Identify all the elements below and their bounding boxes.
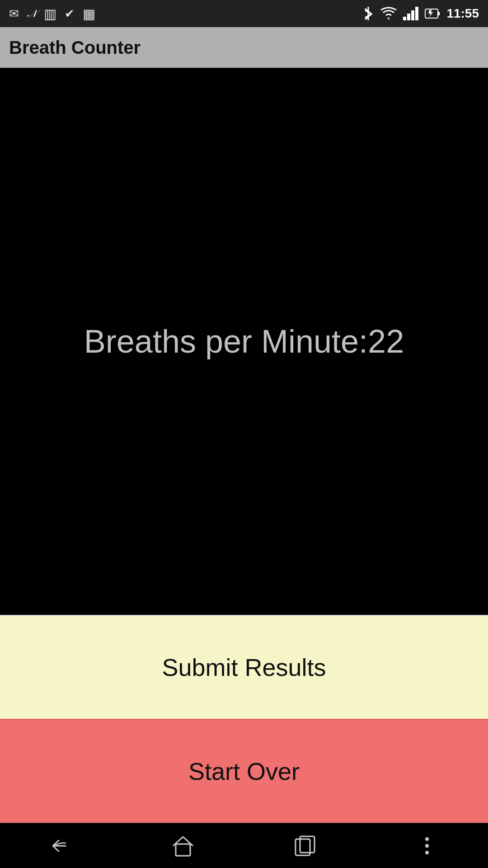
svg-rect-1	[403, 17, 406, 20]
submit-results-button[interactable]: Submit Results	[0, 615, 488, 719]
checklist-icon: ✔	[65, 7, 75, 21]
recents-button[interactable]	[287, 832, 323, 859]
home-button[interactable]	[165, 832, 201, 859]
main-content: Breaths per Minute:22	[0, 68, 488, 615]
gmail-icon: ✉	[9, 7, 19, 21]
svg-marker-7	[428, 10, 433, 17]
status-right-icons: 11:55	[362, 6, 479, 21]
back-button[interactable]	[43, 832, 79, 859]
buttons-area: Submit Results Start Over	[0, 615, 488, 823]
title-bar: Breath Counter	[0, 27, 488, 68]
app-title: Breath Counter	[9, 38, 141, 58]
svg-rect-8	[176, 844, 190, 856]
breaths-per-minute-display: Breaths per Minute:22	[84, 323, 404, 360]
signal-icon	[403, 7, 418, 20]
battery-icon	[425, 8, 440, 19]
start-over-button[interactable]: Start Over	[0, 719, 488, 823]
svg-rect-4	[415, 7, 418, 20]
svg-rect-2	[407, 14, 410, 20]
status-left-icons: ✉ 𝒩 ▥ ✔ ▦	[9, 6, 95, 22]
barcode1-icon: ▥	[44, 6, 56, 22]
wifi-icon	[380, 7, 397, 20]
dots-icon	[425, 837, 429, 854]
status-bar: ✉ 𝒩 ▥ ✔ ▦	[0, 0, 488, 27]
navigation-bar	[0, 823, 488, 868]
bluetooth-icon	[362, 6, 374, 21]
svg-rect-3	[411, 10, 414, 20]
svg-rect-6	[438, 12, 440, 15]
nytimes-icon: 𝒩	[27, 7, 36, 20]
status-time: 11:55	[446, 6, 479, 21]
more-options-button[interactable]	[409, 832, 445, 859]
barcode2-icon: ▦	[83, 6, 95, 22]
